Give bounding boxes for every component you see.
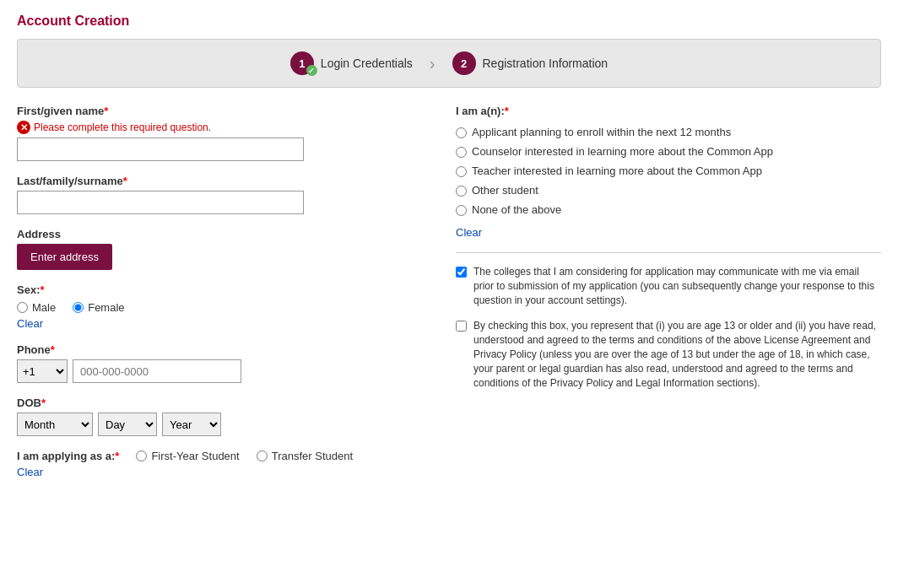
sex-group: Sex:* Male Female Clear bbox=[17, 283, 422, 330]
first-name-error: ✕ Please complete this required question… bbox=[17, 121, 422, 134]
address-group: Address Enter address bbox=[17, 228, 422, 270]
divider-1 bbox=[456, 252, 881, 253]
applying-group: I am applying as a:* First-Year Student … bbox=[17, 450, 422, 478]
clear-applying-link[interactable]: Clear bbox=[17, 466, 43, 478]
first-name-group: First/given name* ✕ Please complete this… bbox=[17, 105, 422, 161]
dob-day-select[interactable]: Day bbox=[98, 413, 157, 436]
checkbox-1-group: The colleges that I am considering for a… bbox=[456, 265, 881, 307]
step-2-circle: 2 bbox=[452, 51, 476, 75]
sex-male-radio[interactable] bbox=[17, 302, 28, 313]
iam-option-2[interactable]: Counselor interested in learning more ab… bbox=[456, 145, 881, 158]
progress-arrow: › bbox=[430, 54, 435, 73]
clear-iam-link[interactable]: Clear bbox=[456, 226, 482, 239]
progress-bar: 1 ✓ Login Credentials › 2 Registration I… bbox=[17, 39, 881, 88]
phone-inputs: +1 bbox=[17, 359, 422, 383]
dob-year-select[interactable]: Year bbox=[162, 413, 221, 436]
last-name-group: Last/family/surname* bbox=[17, 175, 422, 214]
sex-options: Male Female bbox=[17, 301, 422, 314]
dob-selects: Month JanuaryFebruaryMarch AprilMayJune … bbox=[17, 413, 422, 436]
clear-sex-link[interactable]: Clear bbox=[17, 317, 43, 330]
phone-country-select[interactable]: +1 bbox=[17, 359, 68, 383]
applying-first-year-radio[interactable] bbox=[136, 450, 147, 461]
sex-male-label[interactable]: Male bbox=[17, 301, 56, 314]
phone-number-input[interactable] bbox=[73, 359, 241, 383]
applying-options: I am applying as a:* First-Year Student … bbox=[17, 450, 422, 462]
iam-radio-1[interactable] bbox=[456, 127, 467, 138]
dob-label: DOB* bbox=[17, 396, 422, 409]
iam-option-3[interactable]: Teacher interested in learning more abou… bbox=[456, 165, 881, 177]
first-name-input[interactable] bbox=[17, 138, 304, 161]
iam-radio-3[interactable] bbox=[456, 166, 467, 177]
applying-transfer-radio[interactable] bbox=[257, 450, 268, 461]
error-icon: ✕ bbox=[17, 121, 30, 134]
phone-label: Phone* bbox=[17, 343, 422, 356]
step-1-circle: 1 ✓ bbox=[290, 51, 314, 75]
checkbox-1-text: The colleges that I am considering for a… bbox=[473, 265, 881, 307]
iam-group: I am a(n):* Applicant planning to enroll… bbox=[456, 105, 881, 239]
sex-female-radio[interactable] bbox=[73, 302, 84, 313]
iam-radio-2[interactable] bbox=[456, 147, 467, 158]
checkbox-2-group: By checking this box, you represent that… bbox=[456, 319, 881, 390]
sex-label: Sex:* bbox=[17, 283, 45, 296]
step-2-label: Registration Information bbox=[483, 57, 609, 70]
step-1: 1 ✓ Login Credentials bbox=[290, 51, 413, 75]
step-1-label: Login Credentials bbox=[321, 57, 413, 70]
sex-female-label[interactable]: Female bbox=[73, 301, 124, 314]
applying-label: I am applying as a:* bbox=[17, 450, 119, 462]
iam-option-4[interactable]: Other student bbox=[456, 184, 881, 197]
checkbox-2[interactable] bbox=[456, 321, 467, 332]
address-label: Address bbox=[17, 228, 422, 240]
iam-radio-4[interactable] bbox=[456, 186, 467, 197]
applying-transfer-label[interactable]: Transfer Student bbox=[257, 450, 353, 462]
iam-radio-5[interactable] bbox=[456, 205, 467, 216]
page-title: Account Creation bbox=[17, 13, 881, 29]
dob-month-select[interactable]: Month JanuaryFebruaryMarch AprilMayJune … bbox=[17, 413, 93, 436]
iam-option-5[interactable]: None of the above bbox=[456, 203, 881, 216]
last-name-input[interactable] bbox=[17, 191, 304, 214]
form-right: I am a(n):* Applicant planning to enroll… bbox=[456, 105, 881, 492]
step-1-check-icon: ✓ bbox=[306, 65, 317, 76]
dob-group: DOB* Month JanuaryFebruaryMarch AprilMay… bbox=[17, 396, 422, 436]
last-name-label: Last/family/surname* bbox=[17, 175, 422, 187]
enter-address-button[interactable]: Enter address bbox=[17, 244, 112, 270]
phone-group: Phone* +1 bbox=[17, 343, 422, 383]
checkbox-1[interactable] bbox=[456, 267, 467, 278]
step-2: 2 Registration Information bbox=[452, 51, 609, 75]
checkbox-2-text: By checking this box, you represent that… bbox=[473, 319, 881, 390]
applying-first-year-label[interactable]: First-Year Student bbox=[136, 450, 239, 462]
iam-option-1[interactable]: Applicant planning to enroll within the … bbox=[456, 126, 881, 138]
iam-label: I am a(n):* bbox=[456, 105, 881, 117]
form-container: First/given name* ✕ Please complete this… bbox=[17, 105, 881, 492]
form-left: First/given name* ✕ Please complete this… bbox=[17, 105, 422, 492]
first-name-label: First/given name* bbox=[17, 105, 422, 117]
